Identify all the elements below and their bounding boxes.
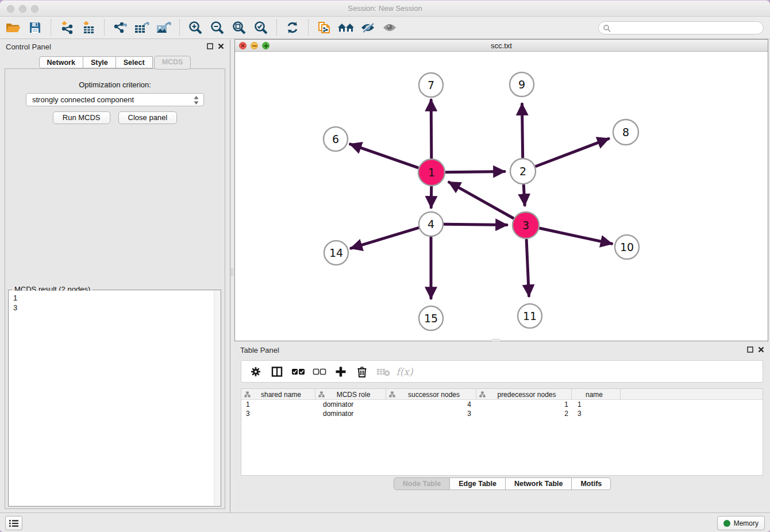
tab-mcds[interactable]: MCDS [154,56,191,70]
table-settings-button[interactable] [246,363,265,381]
refresh-icon [285,20,300,35]
node-label: 8 [622,126,629,138]
memory-button[interactable]: Memory [717,516,765,530]
tab-style[interactable]: Style [83,56,116,68]
cell-mcds-role[interactable]: dominator [315,400,386,409]
node-1[interactable]: 1 [418,159,445,186]
edge-1-7[interactable] [431,100,432,158]
cell-mcds-role[interactable]: dominator [315,409,386,418]
create-column-button[interactable] [331,363,351,381]
save-session-button[interactable] [24,18,46,37]
save-icon [29,21,41,34]
tab-edge-table[interactable]: Edge Table [450,477,506,490]
open-file-button[interactable] [2,18,24,37]
function-builder-button[interactable]: f(x) [395,363,414,381]
export-image-button[interactable] [153,18,175,37]
node-14[interactable]: 14 [324,241,348,265]
delete-table-button[interactable] [374,363,393,381]
unselect-all-columns-button[interactable] [310,363,329,381]
cell-predecessor-nodes[interactable]: 1 [476,400,572,409]
column-header-label: shared name [251,391,315,399]
edge-2-9[interactable] [522,104,522,157]
show-column-panel-button[interactable] [267,363,287,381]
cell-shared-name[interactable]: 3 [241,409,315,418]
memory-status-icon [723,520,730,527]
close-panel-icon[interactable] [758,346,764,353]
close-panel-button[interactable]: Close panel [118,111,178,124]
node-4[interactable]: 4 [419,212,443,236]
edge-2-8[interactable] [536,138,609,166]
export-network-button[interactable] [109,18,131,37]
column-header-mcds-role[interactable]: MCDS role [315,389,386,400]
optimization-criterion-select[interactable]: strongly connected component [26,93,204,106]
table-row-2[interactable]: 3dominator323 [241,409,763,418]
task-history-button[interactable] [5,516,22,530]
zoom-selected-button[interactable] [250,18,272,37]
node-label: 14 [329,246,343,259]
edge-2-3[interactable] [523,185,525,205]
float-panel-icon[interactable] [207,43,213,49]
tab-network-table[interactable]: Network Table [506,477,572,490]
float-panel-icon[interactable] [747,346,753,353]
mcds-result-list[interactable]: 13 [9,291,220,506]
network-window-title-bar[interactable]: scc.txt [235,40,768,52]
edge-3-1[interactable] [449,182,514,218]
node-9[interactable]: 9 [510,72,534,97]
column-header-name[interactable]: name [572,389,621,400]
search-input[interactable] [598,21,764,34]
cell-successor-nodes[interactable]: 4 [386,400,476,409]
column-header-predecessor-nodes[interactable]: predecessor nodes [476,389,572,400]
cell-successor-nodes[interactable]: 3 [386,409,476,418]
run-mcds-button[interactable]: Run MCDS [53,111,110,124]
node-6[interactable]: 6 [324,127,348,151]
edge-1-2[interactable] [446,171,505,172]
network-view-window: scc.txt 7968124314101511 [234,39,768,341]
zoom-fit-button[interactable] [228,18,250,37]
table-row-1[interactable]: 1dominator411 [241,400,763,409]
cell-shared-name[interactable]: 1 [241,400,315,409]
import-network-button[interactable] [56,18,78,37]
import-table-button[interactable] [78,18,99,37]
show-graphics-button[interactable] [379,18,401,37]
zoom-fit-icon [232,20,247,35]
edge-4-3[interactable] [444,224,507,225]
node-10[interactable]: 10 [615,235,639,259]
cell-name[interactable]: 3 [572,409,621,418]
node-8[interactable]: 8 [613,119,638,145]
network-canvas[interactable]: 7968124314101511 [235,52,768,341]
horizontal-splitter-grip[interactable] [492,339,500,341]
clone-network-button[interactable] [313,18,335,37]
column-header-successor-nodes[interactable]: successor nodes [386,389,476,400]
tab-select[interactable]: Select [116,56,153,68]
hide-graphics-button[interactable] [357,18,379,37]
export-table-button[interactable] [131,18,153,37]
clone-network-icon [317,20,332,35]
node-3[interactable]: 3 [513,212,539,238]
node-11[interactable]: 11 [518,304,542,328]
zoom-in-button[interactable] [184,18,206,37]
delete-column-button[interactable] [352,363,372,381]
vertical-splitter-grip[interactable] [231,268,233,276]
apply-style-button[interactable] [282,18,303,37]
node-2[interactable]: 2 [510,159,536,184]
tab-node-table[interactable]: Node Table [394,477,450,490]
close-panel-icon[interactable] [218,43,224,49]
edge-3-10[interactable] [540,228,611,244]
edge-1-6[interactable] [351,144,418,168]
tab-network[interactable]: Network [39,56,83,68]
column-header-shared-name[interactable]: shared name [241,389,315,400]
node-15[interactable]: 15 [419,306,443,330]
select-all-columns-button[interactable] [288,363,308,381]
cell-name[interactable]: 1 [572,400,621,409]
network-graph: 7968124314101511 [235,52,768,341]
cell-predecessor-nodes[interactable]: 2 [476,409,572,418]
zoom-out-button[interactable] [206,18,228,37]
unchecked-boxes-icon [313,368,326,375]
edge-3-11[interactable] [526,240,529,296]
edge-4-14[interactable] [351,228,418,248]
node-7[interactable]: 7 [419,73,443,97]
control-panel-title: Control Panel [6,43,51,51]
result-line: 3 [13,303,220,313]
tab-motifs[interactable]: Motifs [572,477,611,490]
home-networks-button[interactable] [335,18,357,37]
